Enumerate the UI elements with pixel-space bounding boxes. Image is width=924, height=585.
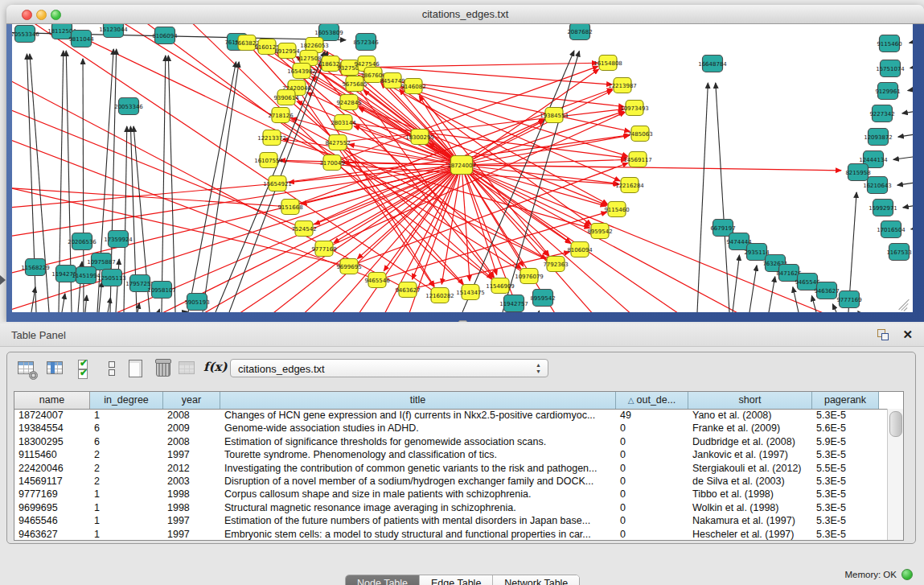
table-cell[interactable]: 9699695 bbox=[14, 501, 90, 514]
table-cell[interactable]: 5.3E-5 bbox=[812, 488, 879, 501]
table-cell[interactable]: Genome-wide association studies in ADHD. bbox=[220, 422, 616, 435]
close-panel-icon[interactable]: ✕ bbox=[902, 328, 913, 342]
table-cell[interactable]: 1 bbox=[90, 488, 163, 501]
table-cell[interactable]: 22420046 bbox=[14, 462, 90, 475]
table-cell[interactable]: 5.3E-5 bbox=[812, 528, 879, 540]
table-row[interactable]: 977716911998Corpus callosum shape and si… bbox=[14, 488, 887, 501]
tab-network-table[interactable]: Network Table bbox=[493, 575, 579, 585]
table-cell[interactable]: 2012 bbox=[163, 462, 220, 475]
table-row[interactable]: 969969511998Structural magnetic resonanc… bbox=[14, 501, 887, 514]
column-header-short[interactable]: short bbox=[688, 392, 812, 409]
table-cell[interactable]: Nakamura et al. (1997) bbox=[688, 514, 812, 527]
canvas-resize-grip[interactable] bbox=[898, 298, 911, 311]
table-cell[interactable]: 5.3E-5 bbox=[812, 409, 879, 422]
table-cell[interactable]: 1998 bbox=[163, 488, 220, 501]
column-header-indegree[interactable]: in_degree bbox=[90, 392, 163, 409]
table-cell[interactable]: 1 bbox=[90, 528, 163, 540]
table-cell[interactable]: 18724007 bbox=[14, 409, 90, 422]
table-cell[interactable]: 1 bbox=[90, 409, 163, 422]
table-cell[interactable]: 5.3E-5 bbox=[812, 448, 879, 461]
table-cell[interactable]: 6 bbox=[90, 422, 163, 435]
table-cell[interactable]: Corpus callosum shape and size in male p… bbox=[220, 488, 616, 501]
table-cell[interactable]: 5.5E-5 bbox=[812, 462, 879, 475]
table-cell[interactable]: Structural magnetic resonance image aver… bbox=[220, 501, 616, 514]
table-cell[interactable]: 0 bbox=[616, 475, 688, 488]
table-cell[interactable]: 6 bbox=[90, 435, 163, 448]
table-cell[interactable]: Changes of HCN gene expression and I(f) … bbox=[220, 409, 616, 422]
table-cell[interactable]: 5.3E-5 bbox=[812, 501, 879, 514]
table-cell[interactable]: Tourette syndrome. Phenomenology and cla… bbox=[220, 448, 616, 461]
table-cell[interactable]: 49 bbox=[616, 409, 688, 422]
table-cell[interactable]: Jankovic et al. (1997) bbox=[688, 448, 812, 461]
table-row[interactable]: 2242004622012Investigating the contribut… bbox=[14, 462, 887, 475]
table-cell[interactable]: Tibbo et al. (1998) bbox=[688, 488, 812, 501]
table-cell[interactable]: 1 bbox=[90, 514, 163, 527]
tab-edge-table[interactable]: Edge Table bbox=[420, 575, 493, 585]
column-header-year[interactable]: year bbox=[163, 392, 220, 409]
table-cell[interactable]: 5.3E-5 bbox=[812, 475, 879, 488]
table-cell[interactable]: de Silva et al. (2003) bbox=[688, 475, 812, 488]
table-row[interactable]: 1938455462009Genome-wide association stu… bbox=[14, 422, 887, 435]
table-cell[interactable]: 2 bbox=[90, 448, 163, 461]
table-cell[interactable]: 9465546 bbox=[14, 514, 90, 527]
table-cell[interactable]: 0 bbox=[616, 448, 688, 461]
memory-status-indicator[interactable] bbox=[901, 569, 913, 580]
table-cell[interactable]: Estimation of significance thresholds fo… bbox=[220, 435, 616, 448]
column-header-name[interactable]: name bbox=[14, 392, 90, 409]
table-row[interactable]: 911546021997Tourette syndrome. Phenomeno… bbox=[14, 448, 887, 461]
table-cell[interactable]: Yano et al. (2008) bbox=[688, 409, 812, 422]
table-cell[interactable]: 18300295 bbox=[14, 435, 90, 448]
table-cell[interactable]: Stergiakouli et al. (2012) bbox=[688, 462, 812, 475]
table-cell[interactable]: 2 bbox=[90, 462, 163, 475]
table-cell[interactable]: 14569117 bbox=[14, 475, 90, 488]
table-options-icon[interactable] bbox=[17, 359, 36, 378]
delete-rows-icon[interactable] bbox=[154, 359, 173, 378]
table-cell[interactable]: Embryonic stem cells: a model to study s… bbox=[220, 528, 616, 540]
table-cell[interactable]: 0 bbox=[616, 488, 688, 501]
window-titlebar[interactable]: citations_edges.txt bbox=[6, 5, 924, 24]
table-cell[interactable]: 19384554 bbox=[14, 422, 90, 435]
table-row[interactable]: 946554611997Estimation of the future num… bbox=[14, 514, 887, 527]
table-cell[interactable]: 1997 bbox=[163, 528, 220, 540]
column-header-pagerank[interactable]: pagerank bbox=[812, 392, 879, 409]
table-row[interactable]: 1830029562008Estimation of significance … bbox=[14, 435, 887, 448]
table-cell[interactable]: 0 bbox=[616, 528, 688, 540]
table-cell[interactable]: 5.9E-5 bbox=[812, 435, 879, 448]
table-cell[interactable]: Wolkin et al. (1998) bbox=[688, 501, 812, 514]
select-all-icon[interactable] bbox=[76, 359, 96, 378]
row-height-icon[interactable] bbox=[102, 359, 121, 378]
table-cell[interactable]: 5.6E-5 bbox=[812, 422, 879, 435]
table-cell[interactable]: 2 bbox=[90, 475, 163, 488]
table-vertical-scrollbar[interactable] bbox=[887, 409, 903, 540]
table-cell[interactable]: 1 bbox=[90, 501, 163, 514]
table-cell[interactable]: 0 bbox=[616, 514, 688, 527]
table-cell[interactable]: Investigating the contribution of common… bbox=[220, 462, 616, 475]
table-cell[interactable]: Hescheler et al. (1997) bbox=[688, 528, 812, 540]
table-cell[interactable]: 2009 bbox=[163, 422, 220, 435]
table-cell[interactable]: Estimation of the future numbers of pati… bbox=[220, 514, 616, 527]
table-cell[interactable]: 0 bbox=[616, 422, 688, 435]
table-cell[interactable]: 9463627 bbox=[14, 528, 90, 540]
table-cell[interactable]: 5.3E-5 bbox=[812, 514, 879, 527]
table-cell[interactable]: 9115460 bbox=[14, 448, 90, 461]
table-row[interactable]: 946362711997Embryonic stem cells: a mode… bbox=[14, 528, 887, 540]
table-selector-dropdown[interactable]: citations_edges.txt ▲▼ bbox=[230, 359, 548, 377]
network-canvas[interactable]: 2055334618112504981104415123044810609476… bbox=[12, 24, 913, 312]
float-panel-icon[interactable] bbox=[877, 329, 889, 340]
tab-node-table[interactable]: Node Table bbox=[346, 575, 420, 585]
table-cell[interactable]: 2008 bbox=[163, 435, 220, 448]
table-cell[interactable]: Franke et al. (2009) bbox=[688, 422, 812, 435]
table-row[interactable]: 1872400712008Changes of HCN gene express… bbox=[14, 409, 887, 422]
table-cell[interactable]: 9777169 bbox=[14, 488, 90, 501]
function-builder-icon[interactable]: f(x) bbox=[203, 360, 228, 374]
side-panel-arrow-icon[interactable] bbox=[0, 275, 6, 285]
column-header-title[interactable]: title bbox=[220, 392, 616, 409]
table-cell[interactable]: 0 bbox=[616, 462, 688, 475]
table-cell[interactable]: 2003 bbox=[163, 475, 220, 488]
table-cell[interactable]: 1997 bbox=[163, 448, 220, 461]
table-cell[interactable]: 0 bbox=[616, 501, 688, 514]
column-header-outde[interactable]: △out_de... bbox=[616, 392, 688, 409]
table-cell[interactable]: 1997 bbox=[163, 514, 220, 527]
create-table-icon[interactable] bbox=[126, 359, 146, 378]
table-cell[interactable]: Disruption of a novel member of a sodium… bbox=[220, 475, 616, 488]
